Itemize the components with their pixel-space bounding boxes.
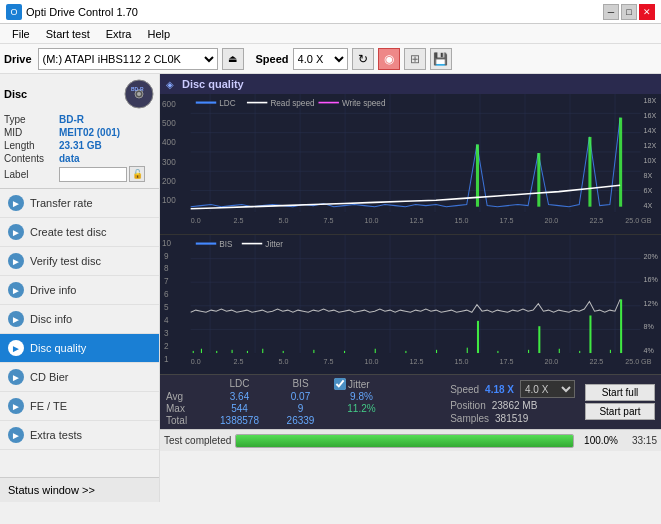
disc-mid-label: MID: [4, 127, 59, 138]
sidebar-item-verify-test-disc[interactable]: ► Verify test disc: [0, 247, 159, 276]
menu-extra[interactable]: Extra: [98, 26, 140, 42]
svg-text:400: 400: [162, 137, 176, 147]
sidebar-item-cd-bier-label: CD Bier: [30, 371, 69, 383]
sidebar-item-transfer-rate[interactable]: ► Transfer rate: [0, 189, 159, 218]
stats-headers-values: LDC BIS Jitter Avg 3.64 0.07 9.8% Max 54…: [166, 378, 389, 426]
svg-text:2.5: 2.5: [234, 216, 244, 225]
sidebar-item-disc-quality[interactable]: ► Disc quality: [0, 334, 159, 363]
total-label: Total: [166, 415, 206, 426]
svg-text:7.5: 7.5: [324, 356, 334, 365]
menu-file[interactable]: File: [4, 26, 38, 42]
disc-type-value: BD-R: [59, 114, 84, 125]
svg-text:LDC: LDC: [219, 98, 235, 108]
svg-text:200: 200: [162, 176, 176, 186]
sidebar-item-fe-te[interactable]: ► FE / TE: [0, 392, 159, 421]
disc-panel: Disc BD-R Type BD-R MID MEIT02 (001) Len…: [0, 74, 159, 189]
scan-button[interactable]: ◉: [378, 48, 400, 70]
speed-stat-value: 4.18 X: [485, 384, 514, 395]
svg-text:2.5: 2.5: [234, 356, 244, 365]
max-jitter: 11.2%: [334, 403, 389, 414]
avg-label: Avg: [166, 391, 206, 402]
compare-button[interactable]: ⊞: [404, 48, 426, 70]
maximize-button[interactable]: □: [621, 4, 637, 20]
main-layout: Disc BD-R Type BD-R MID MEIT02 (001) Len…: [0, 74, 661, 502]
svg-rect-101: [201, 348, 202, 352]
close-button[interactable]: ✕: [639, 4, 655, 20]
speed-row: Speed 4.18 X 4.0 X: [450, 380, 575, 398]
disc-label-label: Label: [4, 169, 59, 180]
svg-point-2: [137, 92, 141, 96]
status-text: Test completed: [164, 435, 231, 446]
save-button[interactable]: 💾: [430, 48, 452, 70]
start-part-button[interactable]: Start part: [585, 403, 655, 420]
speed-stat-select[interactable]: 4.0 X: [520, 380, 575, 398]
avg-jitter: 9.8%: [334, 391, 389, 402]
create-test-disc-icon: ►: [8, 224, 24, 240]
app-icon: O: [6, 4, 22, 20]
action-buttons: Start full Start part: [585, 384, 655, 420]
chart-header: ◈ Disc quality: [160, 74, 661, 94]
jitter-checkbox[interactable]: [334, 378, 346, 390]
titlebar: O Opti Drive Control 1.70 ─ □ ✕: [0, 0, 661, 24]
sidebar: Disc BD-R Type BD-R MID MEIT02 (001) Len…: [0, 74, 160, 502]
top-chart-svg: 600 500 400 300 200 100 18X 16X 14X 12X …: [160, 94, 661, 234]
svg-rect-111: [436, 349, 437, 352]
disc-label-unlock-button[interactable]: 🔓: [129, 166, 145, 182]
app-title: Opti Drive Control 1.70: [26, 6, 138, 18]
samples-value: 381519: [495, 413, 528, 424]
drive-select[interactable]: (M:) ATAPI iHBS112 2 CL0K: [38, 48, 218, 70]
jitter-header: Jitter: [348, 379, 370, 390]
start-full-button[interactable]: Start full: [585, 384, 655, 401]
svg-text:8: 8: [164, 263, 169, 273]
svg-rect-121: [610, 349, 611, 352]
time-label: 33:15: [622, 435, 657, 446]
svg-text:4: 4: [164, 314, 169, 324]
svg-text:3: 3: [164, 327, 169, 337]
menu-help[interactable]: Help: [139, 26, 178, 42]
sidebar-item-fe-te-label: FE / TE: [30, 400, 67, 412]
sidebar-item-drive-info[interactable]: ► Drive info: [0, 276, 159, 305]
drive-toolbar: Drive (M:) ATAPI iHBS112 2 CL0K ⏏ Speed …: [0, 44, 661, 74]
status-window-button[interactable]: Status window >>: [0, 477, 159, 502]
svg-rect-115: [620, 299, 622, 353]
drive-label: Drive: [4, 53, 32, 65]
svg-rect-109: [375, 348, 376, 352]
svg-rect-120: [579, 350, 580, 352]
sidebar-item-disc-info[interactable]: ► Disc info: [0, 305, 159, 334]
svg-text:2: 2: [164, 340, 169, 350]
window-controls[interactable]: ─ □ ✕: [603, 4, 655, 20]
eject-button[interactable]: ⏏: [222, 48, 244, 70]
cd-bier-icon: ►: [8, 369, 24, 385]
status-window-label: Status window >>: [8, 484, 95, 496]
svg-text:17.5: 17.5: [499, 356, 513, 365]
disc-length-value: 23.31 GB: [59, 140, 102, 151]
disc-contents-label: Contents: [4, 153, 59, 164]
svg-text:500: 500: [162, 118, 176, 128]
svg-rect-53: [588, 137, 591, 207]
bis-header: BIS: [273, 378, 328, 390]
sidebar-item-create-test-disc[interactable]: ► Create test disc: [0, 218, 159, 247]
disc-label-input[interactable]: [59, 167, 127, 182]
svg-text:7.5: 7.5: [324, 216, 334, 225]
avg-bis: 0.07: [273, 391, 328, 402]
svg-text:12%: 12%: [644, 298, 659, 307]
disc-panel-header: Disc BD-R: [4, 78, 155, 110]
svg-text:25.0 GB: 25.0 GB: [625, 216, 651, 225]
speed-select[interactable]: 4.0 X 1.0 X 2.0 X 8.0 X: [293, 48, 348, 70]
charts-container: 600 500 400 300 200 100 18X 16X 14X 12X …: [160, 94, 661, 374]
menu-start-test[interactable]: Start test: [38, 26, 98, 42]
svg-rect-106: [283, 350, 284, 352]
svg-text:Read speed: Read speed: [270, 98, 314, 108]
sidebar-item-extra-tests[interactable]: ► Extra tests: [0, 421, 159, 450]
refresh-button[interactable]: ↻: [352, 48, 374, 70]
sidebar-item-drive-info-label: Drive info: [30, 284, 76, 296]
svg-text:16%: 16%: [644, 275, 659, 284]
svg-rect-118: [528, 349, 529, 352]
svg-text:15.0: 15.0: [454, 216, 468, 225]
svg-text:10.0: 10.0: [364, 356, 378, 365]
stats-header-row: LDC BIS Jitter: [166, 378, 389, 390]
bottom-chart-svg: 10 9 8 7 6 5 4 3 2 1 20% 16% 12% 8% 4%: [160, 235, 661, 375]
minimize-button[interactable]: ─: [603, 4, 619, 20]
disc-contents-field: Contents data: [4, 153, 155, 164]
sidebar-item-cd-bier[interactable]: ► CD Bier: [0, 363, 159, 392]
